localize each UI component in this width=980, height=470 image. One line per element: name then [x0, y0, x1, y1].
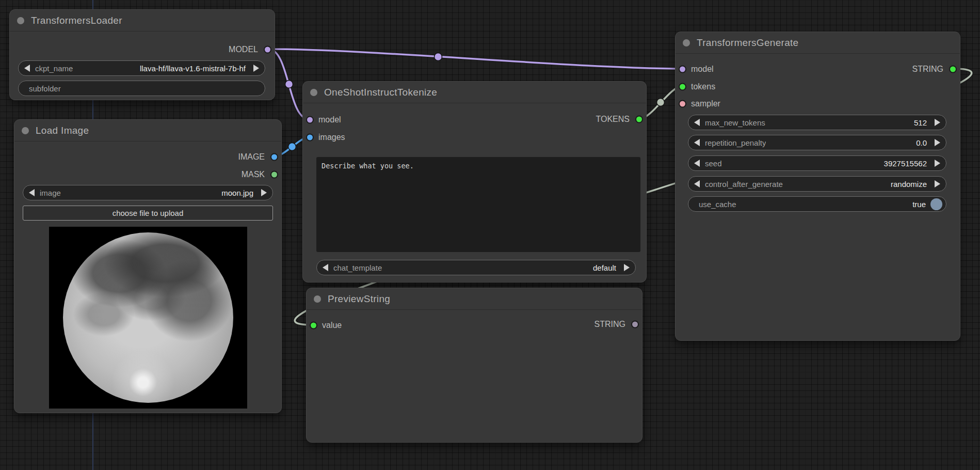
output-row-model: MODEL [229, 44, 275, 55]
input-row-images: images [303, 132, 345, 143]
output-port-string[interactable] [631, 321, 639, 328]
output-label: STRING [912, 65, 943, 74]
widget-value: default [593, 263, 624, 272]
widget-use-cache[interactable]: use_cache true [688, 196, 946, 212]
next-value-arrow-icon[interactable] [935, 139, 940, 146]
input-label: value [322, 321, 342, 330]
widget-ckpt-name[interactable]: ckpt_name llava-hf/llava-v1.6-mistral-7b… [18, 60, 265, 76]
next-value-arrow-icon[interactable] [935, 160, 940, 167]
input-row-value: value [307, 320, 342, 331]
input-port-value[interactable] [310, 322, 317, 330]
node-transformers-loader[interactable]: TransformersLoader MODEL ckpt_name llava… [9, 9, 275, 100]
output-row-tokens: TOKENS [596, 114, 647, 125]
input-row-model: model [303, 114, 341, 126]
widget-value: moon.jpg [221, 189, 261, 197]
collapse-dot-icon[interactable] [22, 127, 29, 134]
collapse-dot-icon[interactable] [314, 295, 321, 303]
widget-value: llava-hf/llava-v1.6-mistral-7b-hf [140, 64, 253, 73]
node-graph-canvas[interactable]: TransformersLoader MODEL ckpt_name llava… [0, 0, 980, 470]
node-oneshot-instruct-tokenize[interactable]: OneShotInstructTokenize model images TOK… [302, 81, 647, 283]
output-label: IMAGE [238, 152, 265, 162]
node-header[interactable]: OneShotInstructTokenize [303, 82, 646, 103]
wire-midpoint-dot [285, 81, 293, 88]
widget-name: control_after_generate [705, 180, 783, 189]
input-port-sampler[interactable] [679, 100, 686, 108]
wire-midpoint-dot [435, 53, 442, 61]
output-port-tokens[interactable] [635, 116, 643, 123]
widget-value: true [912, 200, 926, 209]
widget-name: image [40, 189, 61, 197]
output-label: TOKENS [596, 115, 630, 124]
output-row-mask: MASK [242, 169, 281, 180]
input-label: images [318, 133, 345, 142]
node-title: Load Image [36, 125, 89, 136]
node-transformers-generate[interactable]: TransformersGenerate model tokens sample… [675, 32, 960, 341]
widget-max-new-tokens[interactable]: max_new_tokens 512 [688, 115, 946, 130]
input-port-model[interactable] [306, 116, 314, 124]
widget-seed[interactable]: seed 3927515562 [688, 155, 946, 171]
output-port-mask[interactable] [270, 171, 278, 179]
output-port-string[interactable] [949, 66, 957, 73]
input-label: sampler [691, 99, 720, 108]
prev-value-arrow-icon[interactable] [29, 189, 35, 196]
node-header[interactable]: TransformersLoader [10, 10, 275, 32]
input-row-model: model [676, 64, 714, 75]
collapse-dot-icon[interactable] [310, 89, 317, 96]
widget-value: randomize [891, 180, 935, 189]
widget-name: use_cache [699, 200, 736, 209]
next-value-arrow-icon[interactable] [253, 65, 259, 72]
widget-control-after-generate[interactable]: control_after_generate randomize [688, 176, 946, 192]
output-port-image[interactable] [270, 153, 278, 161]
node-title: PreviewString [328, 293, 390, 305]
next-value-arrow-icon[interactable] [935, 119, 940, 126]
prompt-textarea[interactable]: Describe what you see. [316, 157, 640, 252]
next-value-arrow-icon[interactable] [935, 180, 940, 187]
node-preview-string[interactable]: PreviewString value STRING [306, 288, 642, 443]
widget-repetition-penalty[interactable]: repetition_penalty 0.0 [688, 135, 946, 150]
widget-chat-template[interactable]: chat_template default [316, 260, 636, 275]
widget-value: 3927515562 [884, 159, 935, 168]
next-value-arrow-icon[interactable] [624, 264, 630, 271]
node-title: TransformersLoader [31, 15, 122, 26]
prev-value-arrow-icon[interactable] [694, 160, 700, 167]
output-row-image: IMAGE [238, 151, 281, 163]
widget-name: chat_template [333, 263, 382, 272]
input-port-images[interactable] [306, 134, 314, 142]
prev-value-arrow-icon[interactable] [694, 180, 700, 187]
input-label: model [691, 65, 714, 74]
prev-value-arrow-icon[interactable] [694, 119, 700, 126]
input-port-model[interactable] [679, 66, 686, 73]
output-port-model[interactable] [264, 46, 271, 54]
node-header[interactable]: Load Image [14, 120, 281, 142]
node-title: TransformersGenerate [697, 37, 798, 49]
widget-image[interactable]: image moon.jpg [23, 185, 273, 200]
widget-subfolder[interactable]: subfolder [18, 81, 265, 96]
input-label: tokens [691, 82, 715, 91]
image-preview [49, 227, 247, 409]
widget-name: ckpt_name [35, 64, 73, 73]
input-port-tokens[interactable] [679, 83, 686, 91]
widget-value: 0.0 [916, 138, 935, 147]
input-label: model [318, 115, 341, 124]
node-header[interactable]: TransformersGenerate [676, 32, 960, 54]
prev-value-arrow-icon[interactable] [323, 264, 328, 271]
prev-value-arrow-icon[interactable] [24, 65, 30, 72]
input-row-tokens: tokens [676, 81, 715, 92]
collapse-dot-icon[interactable] [17, 17, 24, 24]
prev-value-arrow-icon[interactable] [694, 139, 700, 146]
widget-name: seed [705, 159, 722, 168]
choose-file-button[interactable]: choose file to upload [23, 206, 273, 221]
input-row-sampler: sampler [676, 98, 720, 109]
widget-name: repetition_penalty [705, 138, 766, 147]
output-row-string: STRING [595, 319, 642, 330]
node-header[interactable]: PreviewString [307, 288, 642, 310]
widget-value: 512 [914, 118, 935, 127]
next-value-arrow-icon[interactable] [261, 189, 267, 196]
collapse-dot-icon[interactable] [683, 39, 690, 46]
toggle-on-icon[interactable] [930, 198, 942, 210]
wire-midpoint-dot [657, 99, 665, 106]
node-load-image[interactable]: Load Image IMAGE MASK image moon.jpg cho… [14, 119, 282, 413]
output-label: MODEL [229, 45, 258, 54]
wire-midpoint-dot [288, 143, 296, 151]
moon-image [63, 232, 233, 403]
